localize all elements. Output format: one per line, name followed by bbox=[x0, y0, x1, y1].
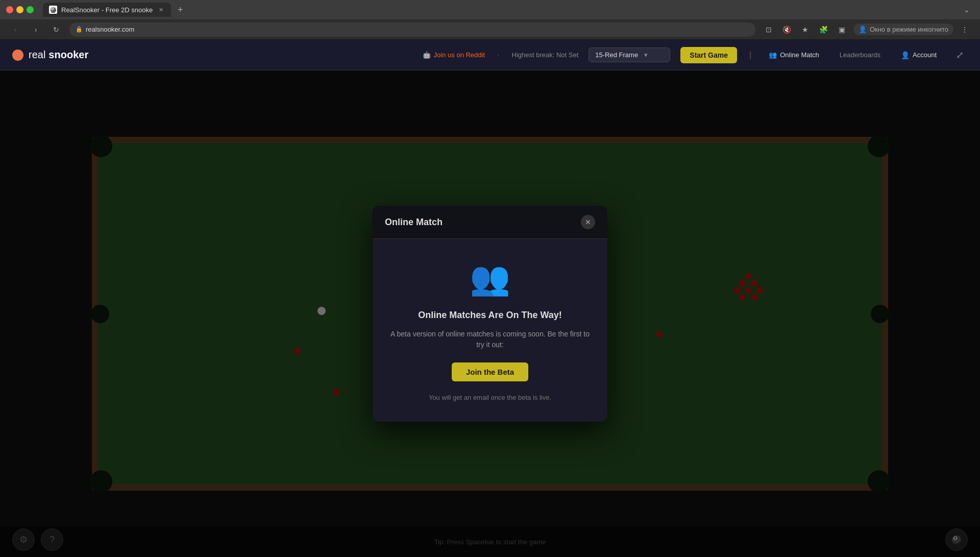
new-tab-button[interactable]: + bbox=[173, 3, 187, 17]
menu-icon[interactable]: ⋮ bbox=[958, 22, 972, 37]
online-match-modal: Online Match ✕ 👥 Online Matches Are On T… bbox=[373, 206, 607, 422]
incognito-avatar-icon: 👤 bbox=[859, 26, 867, 33]
tab-bar: 🎱 RealSnooker - Free 2D snooke ✕ + ⌄ bbox=[43, 3, 974, 17]
mute-icon[interactable]: 🔇 bbox=[780, 22, 794, 37]
tab-strip-icon: ⌄ bbox=[964, 6, 970, 14]
account-icon: 👤 bbox=[901, 51, 910, 59]
modal-footnote: You will get an email once the beta is l… bbox=[429, 394, 551, 401]
traffic-lights bbox=[6, 6, 34, 13]
leaderboards-button[interactable]: Leaderboards bbox=[835, 48, 886, 62]
modal-close-button[interactable]: ✕ bbox=[581, 215, 595, 229]
join-beta-button[interactable]: Join the Beta bbox=[452, 362, 528, 381]
online-match-icon: 👥 bbox=[769, 51, 777, 59]
reddit-link[interactable]: 🤖 Join us on Reddit bbox=[423, 51, 485, 59]
incognito-label: Окно в режиме инкогнито bbox=[870, 26, 948, 33]
modal-heading: Online Matches Are On The Way! bbox=[418, 310, 562, 321]
sidebar-icon[interactable]: ▣ bbox=[835, 22, 849, 37]
modal-overlay: Online Match ✕ 👥 Online Matches Are On T… bbox=[0, 70, 980, 557]
active-tab[interactable]: 🎱 RealSnooker - Free 2D snooke ✕ bbox=[43, 3, 171, 17]
app-header: realsnooker 🤖 Join us on Reddit · Highes… bbox=[0, 40, 980, 70]
address-input[interactable]: 🔒 realsnooker.com bbox=[69, 22, 755, 37]
lock-icon: 🔒 bbox=[76, 26, 83, 33]
cast-icon[interactable]: ⊡ bbox=[762, 22, 776, 37]
account-button[interactable]: 👤 Account bbox=[896, 48, 942, 62]
account-label: Account bbox=[913, 51, 937, 59]
logo-snooker-text: snooker bbox=[48, 49, 88, 61]
modal-users-icon: 👥 bbox=[470, 259, 510, 298]
app-container: realsnooker 🤖 Join us on Reddit · Highes… bbox=[0, 40, 980, 557]
modal-header: Online Match ✕ bbox=[373, 206, 607, 239]
reload-button[interactable]: ↻ bbox=[49, 22, 63, 37]
online-match-button[interactable]: 👥 Online Match bbox=[764, 48, 824, 62]
chevron-down-icon: ▾ bbox=[644, 51, 648, 59]
header-separator2: | bbox=[749, 51, 751, 60]
titlebar: 🎱 RealSnooker - Free 2D snooke ✕ + ⌄ bbox=[0, 0, 980, 19]
incognito-indicator: 👤 Окно в режиме инкогнито bbox=[853, 23, 953, 35]
forward-button[interactable]: › bbox=[29, 22, 43, 37]
tab-close-button[interactable]: ✕ bbox=[157, 6, 165, 14]
tab-title: RealSnooker - Free 2D snooke bbox=[61, 6, 153, 14]
start-game-button[interactable]: Start Game bbox=[680, 47, 737, 63]
reddit-icon: 🤖 bbox=[423, 51, 431, 59]
frame-selector[interactable]: 15-Red Frame ▾ bbox=[589, 47, 670, 62]
url-text: realsnooker.com bbox=[86, 26, 134, 33]
browser-chrome: 🎱 RealSnooker - Free 2D snooke ✕ + ⌄ ‹ ›… bbox=[0, 0, 980, 40]
logo-real-text: real bbox=[29, 49, 45, 61]
highest-break-text: Highest break: Not Set bbox=[512, 51, 579, 59]
game-area: Online Match ✕ 👥 Online Matches Are On T… bbox=[0, 70, 980, 557]
modal-subtext: A beta version of online matches is comi… bbox=[388, 329, 592, 350]
address-bar-container: ‹ › ↻ 🔒 realsnooker.com ⊡ 🔇 ★ 🧩 ▣ 👤 Окно… bbox=[0, 19, 980, 40]
frame-selector-value: 15-Red Frame bbox=[595, 51, 638, 59]
extensions-icon[interactable]: 🧩 bbox=[817, 22, 831, 37]
modal-body: 👥 Online Matches Are On The Way! A beta … bbox=[373, 239, 607, 422]
logo: realsnooker bbox=[12, 49, 88, 61]
minimize-window-button[interactable] bbox=[16, 6, 23, 13]
maximize-window-button[interactable] bbox=[27, 6, 34, 13]
bookmark-icon[interactable]: ★ bbox=[798, 22, 813, 37]
fullscreen-button[interactable]: ⤢ bbox=[952, 47, 968, 63]
online-match-label: Online Match bbox=[780, 51, 819, 59]
close-window-button[interactable] bbox=[6, 6, 13, 13]
reddit-label: Join us on Reddit bbox=[434, 51, 485, 59]
header-separator: · bbox=[497, 51, 499, 60]
logo-dot-icon bbox=[12, 50, 23, 61]
back-button[interactable]: ‹ bbox=[8, 22, 22, 37]
toolbar-icons: ⊡ 🔇 ★ 🧩 ▣ 👤 Окно в режиме инкогнито ⋮ bbox=[762, 22, 972, 37]
tab-favicon: 🎱 bbox=[49, 6, 57, 14]
modal-title: Online Match bbox=[385, 217, 443, 228]
